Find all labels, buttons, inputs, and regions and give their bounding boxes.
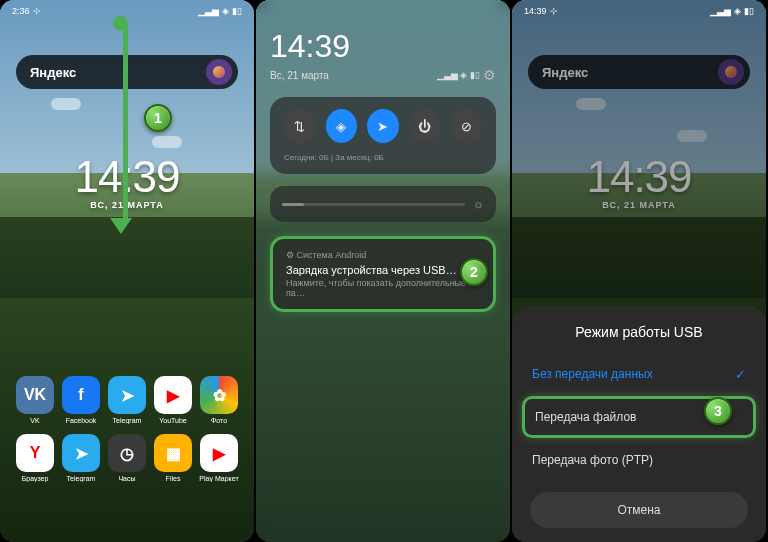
app-grid: VKVKfFacebook➤Telegram▶YouTube✿Фото YБра… xyxy=(0,376,254,492)
qs-mute[interactable]: ⊘ xyxy=(450,109,482,143)
notif-body: Нажмите, чтобы показать дополнительные п… xyxy=(286,278,480,298)
brightness-slider[interactable]: ☼ xyxy=(270,186,496,222)
app-браузер[interactable]: YБраузер xyxy=(13,434,57,482)
alice-icon[interactable] xyxy=(206,59,232,85)
notif-title: Зарядка устройства через USB… xyxy=(286,264,480,276)
signal-icon: ▁▃▅ xyxy=(710,6,731,16)
brightness-icon: ☼ xyxy=(473,197,484,211)
signal-icon: ▁▃▅ xyxy=(198,6,219,16)
battery-icon: ▮▯ xyxy=(232,6,242,16)
app-telegram[interactable]: ➤Telegram xyxy=(59,434,103,482)
app-telegram[interactable]: ➤Telegram xyxy=(105,376,149,424)
option-no-data-transfer[interactable]: Без передачи данных✓ xyxy=(512,354,766,394)
notif-app-name: ⚙ Система Android xyxy=(286,250,480,260)
wifi-icon: ◈ xyxy=(734,6,741,16)
status-bar: 2:36⊹ ▁▃▅◈▮▯ xyxy=(0,0,254,22)
option-ptp[interactable]: Передача фото (PTP) xyxy=(512,440,766,480)
check-icon: ✓ xyxy=(735,367,746,382)
app-files[interactable]: ▦Files xyxy=(151,434,195,482)
qs-power[interactable]: ⏻ xyxy=(409,109,441,143)
phone-screen-3: 14:39⊹ ▁▃▅◈▮▯ Яндекс 14:39 ВС, 21 МАРТА … xyxy=(512,0,766,542)
wifi-icon: ◈ xyxy=(222,6,229,16)
battery-icon: ▮▯ xyxy=(744,6,754,16)
dialog-title: Режим работы USB xyxy=(512,324,766,340)
app-facebook[interactable]: fFacebook xyxy=(59,376,103,424)
app-фото[interactable]: ✿Фото xyxy=(197,376,241,424)
phone-screen-1: 2:36⊹ ▁▃▅◈▮▯ Яндекс 14:39 ВС, 21 МАРТА V… xyxy=(0,0,254,542)
data-usage-label: Сегодня: 0Б | За месяц: 0Б xyxy=(284,153,482,162)
qs-mobile-data[interactable]: ⇅ xyxy=(284,109,316,143)
qs-wifi[interactable]: ◈ xyxy=(326,109,358,143)
shade-status-icons: ▁▃▅ ◈ ▮▯ ⚙ xyxy=(437,67,496,83)
quick-settings-panel: ⇅ ◈ ➤ ⏻ ⊘ Сегодня: 0Б | За месяц: 0Б xyxy=(270,97,496,174)
status-bar: 14:39⊹ ▁▃▅◈▮▯ xyxy=(512,0,766,22)
step-badge-1: 1 xyxy=(144,104,172,132)
phone-screen-2: 14:39 Вс, 21 марта ▁▃▅ ◈ ▮▯ ⚙ ⇅ ◈ ➤ ⏻ ⊘ … xyxy=(256,0,510,542)
shade-time: 14:39 xyxy=(270,28,496,65)
step-badge-2: 2 xyxy=(460,258,488,286)
cancel-button[interactable]: Отмена xyxy=(530,492,748,528)
app-часы[interactable]: ◷Часы xyxy=(105,434,149,482)
app-play маркет[interactable]: ▶Play Маркет xyxy=(197,434,241,482)
qs-location[interactable]: ➤ xyxy=(367,109,399,143)
app-youtube[interactable]: ▶YouTube xyxy=(151,376,195,424)
step-badge-3: 3 xyxy=(704,397,732,425)
usb-mode-dialog: Режим работы USB Без передачи данных✓ Пе… xyxy=(512,306,766,542)
swipe-down-arrow xyxy=(118,22,132,234)
shade-date: Вс, 21 марта xyxy=(270,70,329,81)
app-vk[interactable]: VKVK xyxy=(13,376,57,424)
gear-icon[interactable]: ⚙ xyxy=(483,67,496,83)
